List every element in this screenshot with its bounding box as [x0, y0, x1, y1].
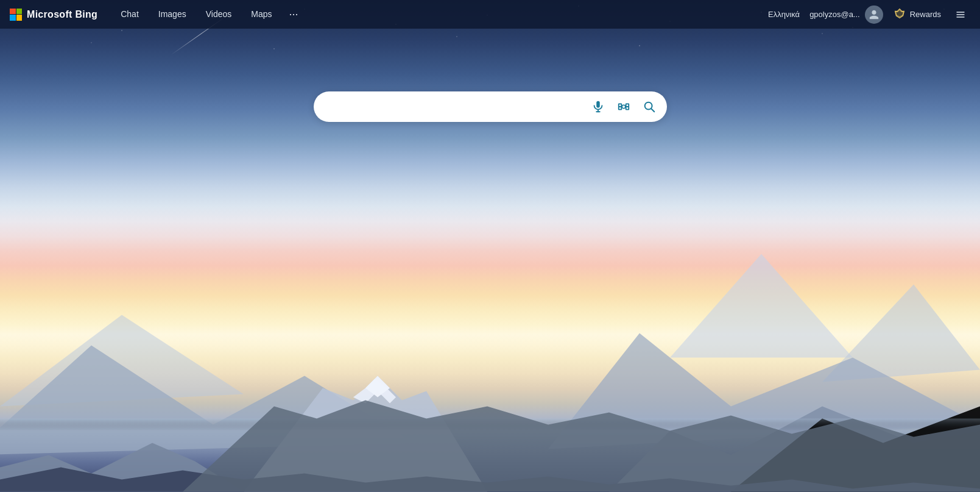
visual-search-button[interactable]: [613, 96, 634, 117]
search-box: [314, 91, 667, 122]
microphone-icon: [591, 100, 605, 113]
rewards-button[interactable]: Rewards: [888, 5, 946, 24]
search-icon: [643, 100, 656, 113]
logo-yellow-quad: [16, 15, 23, 21]
nav-link-videos[interactable]: Videos: [197, 0, 241, 29]
logo-green-quad: [16, 9, 23, 15]
brand-name: Microsoft Bing: [27, 9, 97, 20]
brand-logo[interactable]: Microsoft Bing: [10, 9, 97, 21]
rewards-label: Rewards: [910, 10, 941, 19]
user-account-button[interactable]: gpolyzos@a...: [809, 10, 860, 19]
svg-rect-20: [626, 107, 629, 110]
rewards-icon: [893, 8, 906, 21]
user-avatar-button[interactable]: [865, 5, 883, 24]
language-button[interactable]: Ελληνικά: [763, 7, 805, 21]
nav-link-maps[interactable]: Maps: [242, 0, 280, 29]
nav-links: Chat Images Videos Maps ···: [112, 0, 763, 29]
camera-scan-icon: [617, 100, 630, 113]
hamburger-menu-button[interactable]: [951, 5, 970, 24]
logo-red-quad: [10, 9, 16, 15]
navbar: Microsoft Bing Chat Images Videos Maps ·…: [0, 0, 980, 29]
mountain-scene: [0, 172, 980, 492]
microsoft-logo-icon: [10, 9, 22, 21]
nav-link-images[interactable]: Images: [150, 0, 195, 29]
svg-rect-14: [596, 101, 600, 108]
svg-line-23: [651, 109, 654, 112]
user-email-label: gpolyzos@a...: [809, 10, 860, 19]
svg-rect-19: [618, 107, 621, 110]
nav-right: Ελληνικά gpolyzos@a... Rewards: [763, 5, 970, 24]
nav-link-chat[interactable]: Chat: [112, 0, 147, 29]
logo-blue-quad: [10, 15, 16, 21]
hamburger-icon: [956, 9, 965, 21]
search-icon-group: [588, 96, 660, 117]
search-input[interactable]: [326, 101, 588, 112]
svg-point-21: [622, 105, 626, 109]
voice-search-button[interactable]: [588, 96, 608, 117]
svg-marker-0: [670, 254, 853, 358]
user-icon: [869, 9, 880, 20]
search-submit-button[interactable]: [639, 96, 660, 117]
nav-more-button[interactable]: ···: [283, 0, 305, 29]
search-area: [314, 91, 667, 122]
